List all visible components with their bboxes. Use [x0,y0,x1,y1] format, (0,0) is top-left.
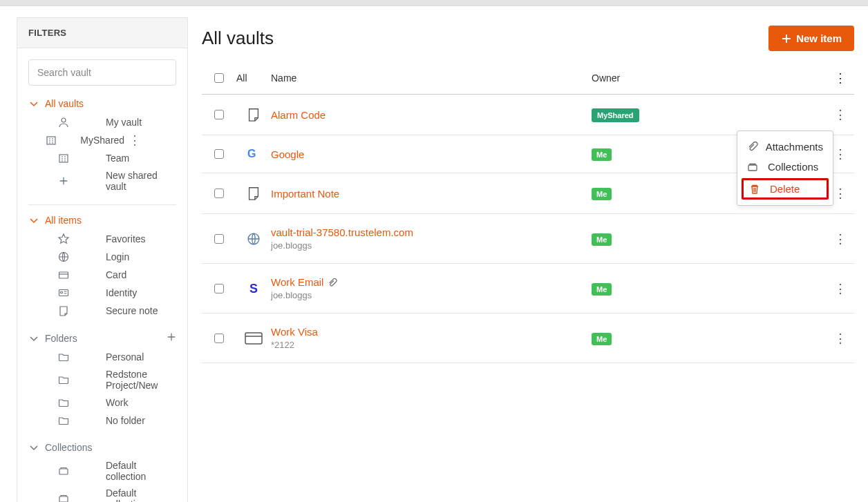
row-menu-button[interactable]: ⋮ [834,108,847,121]
item-subtitle: *2122 [271,340,592,350]
filter-card[interactable]: Card [28,266,176,284]
paperclip-icon [328,278,337,288]
app-icon: S [247,282,261,296]
item-subtitle: joe.bloggs [271,290,592,300]
collection-icon [28,465,99,477]
vault-team[interactable]: Team [28,149,176,167]
new-shared-vault-label: New shared vault [106,170,176,192]
card-icon [245,332,263,345]
row-menu-button[interactable]: ⋮ [834,187,847,200]
building-icon [28,152,99,164]
item-name-link[interactable]: Google [271,148,304,160]
note-icon [28,305,99,317]
column-all: All [236,73,271,84]
row-checkbox[interactable] [214,149,224,159]
collection-icon [28,492,99,502]
row-checkbox[interactable] [214,234,224,244]
folder-none[interactable]: No folder [28,412,176,429]
column-name: Name [271,73,592,84]
svg-rect-10 [245,333,262,344]
new-shared-vault[interactable]: New shared vault [28,167,176,195]
identity-icon [28,287,99,299]
google-icon: G [247,148,260,160]
owner-badge: MyShared [592,108,639,122]
owner-badge: Me [592,148,612,161]
folder-redstone-label: Redstone Project/New [106,369,176,391]
filter-secure-note[interactable]: Secure note [28,302,176,320]
plus-icon [28,175,99,187]
folders-toggle[interactable]: Folders [28,332,176,344]
table-row: Alarm CodeMyShared⋮ [202,95,854,135]
item-name-link[interactable]: vault-trial-37580.trustelem.com [271,226,413,238]
item-type-icon [236,233,271,245]
collection-default-2[interactable]: Default collection [28,485,176,502]
owner-badge: Me [592,188,612,200]
row-menu-button[interactable]: ⋮ [834,148,847,160]
item-type-icon [236,332,271,345]
collection-default-2-label: Default collection [106,487,176,502]
table-row: Work Visa*2122Me⋮ [202,313,854,363]
globe-icon [28,251,99,263]
item-type-icon [236,186,271,201]
vault-my-vault[interactable]: My vault [28,113,176,131]
note-icon [246,107,261,122]
search-input[interactable] [28,59,176,86]
menu-attachments[interactable]: Attachments [740,137,830,157]
filter-favorites[interactable]: Favorites [28,230,176,248]
add-folder-button[interactable] [167,332,176,344]
table-row: SWork Emailjoe.bloggsMe⋮ [202,264,854,313]
vault-team-label: Team [106,153,176,164]
select-all-checkbox[interactable] [214,73,224,83]
item-name-link[interactable]: Work Email [271,276,323,288]
folder-personal[interactable]: Personal [28,348,176,366]
filter-login[interactable]: Login [28,248,176,266]
menu-collections-label: Collections [768,161,818,173]
filter-card-label: Card [106,269,176,280]
menu-delete[interactable]: Delete [742,178,829,200]
header-menu[interactable]: ⋮ [834,72,847,84]
item-name-link[interactable]: Work Visa [271,326,318,338]
filters-heading: FILTERS [17,18,187,48]
svg-rect-2 [59,155,68,162]
building-icon [28,134,73,146]
all-items-toggle[interactable]: All items [28,215,176,226]
folder-redstone[interactable]: Redstone Project/New [28,366,176,394]
main-content: All vaults New item All Name Owner ⋮ Ala… [188,6,868,502]
vault-myshared-menu[interactable]: ⋮ [126,134,176,146]
filter-login-label: Login [106,251,176,262]
menu-collections[interactable]: Collections [740,157,830,177]
chevron-down-icon [28,333,39,344]
person-icon [28,116,99,128]
svg-point-6 [61,291,63,293]
row-checkbox[interactable] [214,334,224,343]
table-row: vault-trial-37580.trustelem.comjoe.blogg… [202,214,854,264]
collection-default-1[interactable]: Default collection [28,457,176,485]
item-name-link[interactable]: Alarm Code [271,109,326,121]
filter-identity[interactable]: Identity [28,284,176,302]
folder-work[interactable]: Work [28,394,176,412]
row-menu-button[interactable]: ⋮ [834,233,847,245]
row-checkbox[interactable] [214,284,224,293]
row-checkbox[interactable] [214,189,224,198]
chevron-down-icon [28,215,39,226]
svg-rect-7 [59,469,68,474]
sidebar: FILTERS All vaults My vault MyShared ⋮ [0,6,188,502]
collections-toggle[interactable]: Collections [28,442,176,453]
folder-work-label: Work [106,397,176,408]
item-name-link[interactable]: Important Note [271,188,339,200]
row-menu-button[interactable]: ⋮ [834,282,847,295]
vault-myshared-label: MyShared [80,135,125,146]
new-item-button[interactable]: New item [768,26,854,51]
folder-personal-label: Personal [106,351,176,363]
folder-icon [28,374,99,386]
star-icon [28,233,99,245]
menu-attachments-label: Attachments [766,141,823,153]
row-menu-button[interactable]: ⋮ [834,332,847,345]
filter-favorites-label: Favorites [106,233,176,244]
paperclip-icon [747,142,759,153]
svg-rect-11 [748,165,757,171]
item-type-icon: G [236,148,271,160]
row-checkbox[interactable] [214,110,224,119]
vault-myshared[interactable]: MyShared ⋮ [28,131,176,149]
all-vaults-toggle[interactable]: All vaults [28,98,176,109]
